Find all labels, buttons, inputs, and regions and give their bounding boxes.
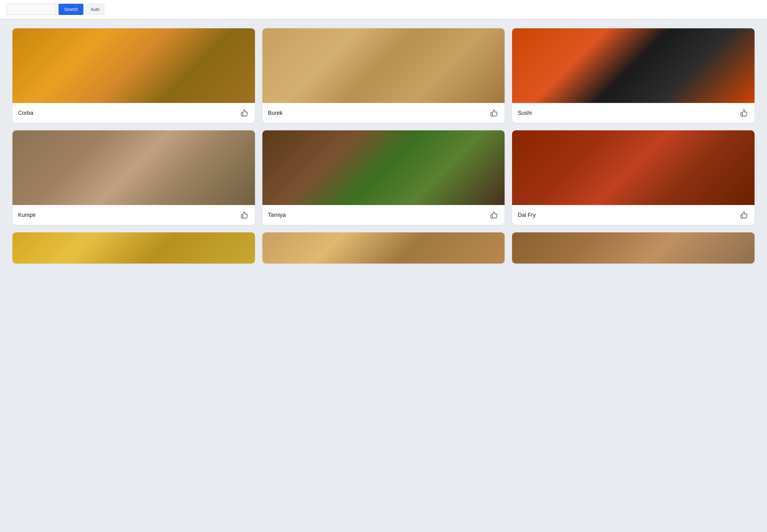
- thumbs-up-icon: [241, 109, 248, 117]
- food-image-dalfry: [512, 130, 755, 205]
- food-card-sushi: Sushi: [512, 28, 755, 123]
- food-card-kumpir: Kumpir: [12, 130, 255, 225]
- like-button-dalfry[interactable]: [739, 210, 749, 220]
- food-image-kumpir: [12, 130, 255, 205]
- food-image-tamiya: [262, 130, 505, 205]
- food-card-tamiya: Tamiya: [262, 130, 505, 225]
- thumbs-up-icon: [241, 211, 248, 219]
- header: Search Auto: [0, 0, 767, 19]
- food-card-burek: Burek: [262, 28, 505, 123]
- partial-image-partial3: [512, 232, 755, 264]
- food-name-burek: Burek: [268, 110, 283, 116]
- auto-button[interactable]: Auto: [86, 4, 104, 15]
- food-name-sushi: Sushi: [518, 110, 532, 116]
- thumbs-up-icon: [490, 109, 498, 117]
- like-button-corba[interactable]: [239, 108, 249, 118]
- food-image-corba: [12, 28, 255, 103]
- food-card-info-kumpir: Kumpir: [12, 205, 255, 225]
- food-name-kumpir: Kumpir: [18, 212, 36, 218]
- partial-card-partial2: [262, 232, 505, 264]
- like-button-burek[interactable]: [489, 108, 499, 118]
- food-grid: Corba Burek Sushi: [12, 28, 755, 225]
- partial-row: [12, 232, 755, 264]
- thumbs-up-icon: [490, 211, 498, 219]
- partial-card-partial3: [512, 232, 755, 264]
- food-name-dalfry: Dal Fry: [518, 212, 536, 218]
- like-button-kumpir[interactable]: [239, 210, 249, 220]
- thumbs-up-icon: [740, 109, 748, 117]
- like-button-sushi[interactable]: [739, 108, 749, 118]
- food-card-info-dalfry: Dal Fry: [512, 205, 755, 225]
- food-image-sushi: [512, 28, 755, 103]
- main-content: Corba Burek Sushi: [0, 19, 767, 273]
- like-button-tamiya[interactable]: [489, 210, 499, 220]
- food-card-info-burek: Burek: [262, 103, 505, 123]
- food-card-info-tamiya: Tamiya: [262, 205, 505, 225]
- search-input[interactable]: [6, 4, 56, 15]
- thumbs-up-icon: [740, 211, 748, 219]
- food-card-info-corba: Corba: [12, 103, 255, 123]
- food-image-burek: [262, 28, 505, 103]
- food-card-corba: Corba: [12, 28, 255, 123]
- food-name-corba: Corba: [18, 110, 33, 116]
- partial-card-partial1: [12, 232, 255, 264]
- food-card-info-sushi: Sushi: [512, 103, 755, 123]
- food-name-tamiya: Tamiya: [268, 212, 286, 218]
- partial-image-partial1: [12, 232, 255, 264]
- search-button[interactable]: Search: [58, 4, 83, 15]
- food-card-dalfry: Dal Fry: [512, 130, 755, 225]
- partial-image-partial2: [262, 232, 505, 264]
